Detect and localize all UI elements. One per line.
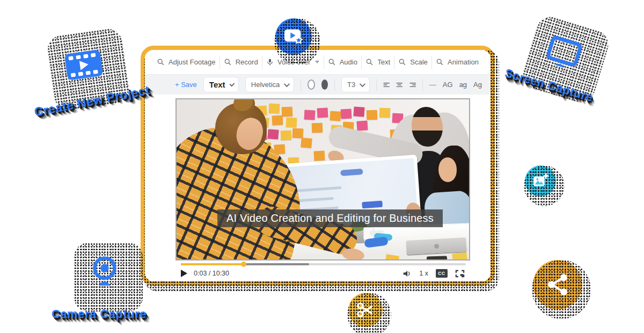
- webcam-icon: [89, 256, 120, 289]
- format-divider: [422, 79, 423, 91]
- font-family-select[interactable]: Helvetica: [245, 77, 294, 92]
- sticky-note: [301, 137, 312, 148]
- trim-circle-button[interactable]: [348, 293, 383, 327]
- search-icon: [436, 58, 444, 66]
- text-color-outline-swatch[interactable]: [308, 79, 315, 90]
- text-size-value: T3: [347, 81, 355, 89]
- monitor-icon: [542, 33, 586, 75]
- progress-knob[interactable]: [241, 262, 246, 267]
- toolbar-item-adjust-footage[interactable]: Adjust Footage: [157, 58, 215, 66]
- sticky-note: [267, 129, 279, 139]
- scissors-icon: [356, 301, 375, 319]
- scene-seated-woman-face: [438, 157, 457, 182]
- toolbar-divider: [361, 55, 362, 69]
- progress-played: [181, 263, 244, 265]
- font-family-value: Helvetica: [251, 81, 280, 89]
- sticky-note: [356, 120, 368, 131]
- text-style-select[interactable]: Text: [203, 77, 239, 92]
- video-progress-bar[interactable]: [181, 263, 466, 265]
- film-strip-play-icon: [63, 47, 104, 82]
- toolbar-item-label: Record: [236, 58, 258, 66]
- sticky-note: [317, 107, 328, 118]
- sticky-note: [269, 103, 280, 113]
- sticky-note: [286, 118, 297, 128]
- new-project-circle-button[interactable]: [275, 18, 312, 55]
- play-button[interactable]: [181, 270, 187, 277]
- chevron-down-icon: [229, 81, 235, 86]
- camera-capture-label: Camera Capture: [52, 307, 147, 321]
- fullscreen-icon[interactable]: [455, 270, 465, 278]
- scene-presenter-head: [412, 107, 443, 147]
- search-icon: [398, 58, 406, 66]
- camera-capture-card[interactable]: [75, 243, 134, 302]
- strikethrough-dash-button[interactable]: —: [429, 81, 436, 89]
- toolbar-divider: [324, 55, 324, 69]
- scene-screen-row: [295, 186, 341, 192]
- toolbar-item-text[interactable]: Text: [365, 58, 390, 66]
- sticky-note: [330, 111, 341, 121]
- sticky-note: [452, 252, 467, 260]
- sticky-note: [312, 123, 323, 133]
- search-icon: [224, 58, 232, 66]
- uppercase-button[interactable]: AG: [443, 81, 453, 89]
- search-icon: [157, 58, 165, 66]
- format-toolbar: + Save Text Helvetica T3: [145, 74, 491, 95]
- toolbar-divider: [394, 55, 394, 69]
- toolbar-item-record[interactable]: Record: [224, 58, 258, 66]
- toolbar-item-label: Scale: [410, 58, 428, 66]
- toolbar-divider: [219, 55, 220, 69]
- add-image-circle-button[interactable]: [525, 165, 556, 197]
- player-controls: 0:03 / 10:30 1 x CC: [175, 265, 470, 281]
- time-display: 0:03 / 10:30: [194, 270, 229, 277]
- captions-button[interactable]: CC: [436, 269, 448, 278]
- save-button[interactable]: + Save: [175, 81, 197, 89]
- sticky-note: [281, 131, 292, 141]
- toolbar-item-label: Audio: [340, 58, 357, 66]
- top-toolbar: Adjust Footage Record Voice-over Audio: [145, 50, 491, 74]
- video-caption: AI Video Creation and Editing for Busine…: [217, 209, 443, 227]
- microphone-icon: [266, 58, 274, 67]
- toolbar-item-label: Animation: [448, 58, 479, 66]
- page: Adjust Footage Record Voice-over Audio: [0, 0, 644, 333]
- text-style-value: Text: [209, 80, 225, 89]
- sticky-note: [367, 110, 378, 120]
- scene-screen-pill: [340, 169, 363, 176]
- playback-speed-button[interactable]: 1 x: [419, 270, 428, 277]
- volume-icon[interactable]: [402, 270, 412, 278]
- sticky-note: [314, 150, 325, 161]
- toolbar-item-animation[interactable]: Animation: [436, 58, 479, 66]
- video-star-icon: [283, 27, 304, 46]
- scene-phone: [427, 256, 447, 260]
- sticky-note: [282, 107, 293, 117]
- scene-screen-button: [362, 201, 383, 209]
- text-size-select[interactable]: T3: [341, 77, 370, 92]
- align-right-icon[interactable]: [409, 81, 416, 89]
- chevron-down-icon: [315, 61, 319, 63]
- sticky-note: [379, 108, 391, 118]
- sticky-note: [292, 128, 304, 138]
- scene-screen-row: [295, 197, 334, 202]
- toolbar-item-scale[interactable]: Scale: [398, 58, 428, 66]
- player-controls-right: 1 x CC: [402, 269, 465, 278]
- align-left-icon[interactable]: [383, 81, 390, 89]
- toolbar-item-audio[interactable]: Audio: [328, 58, 357, 66]
- text-color-filled-swatch[interactable]: [321, 79, 328, 90]
- video-frame[interactable]: AI Video Creation and Editing for Busine…: [175, 98, 470, 260]
- share-circle-button[interactable]: [533, 260, 582, 309]
- align-center-icon[interactable]: [396, 81, 402, 89]
- toolbar-divider: [262, 55, 262, 69]
- scene-laptop-logo: [434, 244, 439, 249]
- toolbar-item-label: Adjust Footage: [169, 58, 215, 66]
- toolbar-divider: [431, 55, 432, 69]
- chevron-down-icon: [284, 81, 290, 86]
- format-divider: [334, 79, 335, 91]
- format-divider: [376, 79, 377, 91]
- toolbar-item-label: Text: [377, 58, 390, 66]
- search-icon: [365, 58, 374, 66]
- share-icon: [545, 272, 570, 297]
- add-image-icon: [532, 173, 549, 189]
- titlecase-button[interactable]: Ag: [473, 81, 482, 89]
- editor-window: Adjust Footage Record Voice-over Audio: [141, 46, 495, 286]
- search-icon: [328, 58, 336, 66]
- lowercase-button[interactable]: ag: [459, 81, 467, 89]
